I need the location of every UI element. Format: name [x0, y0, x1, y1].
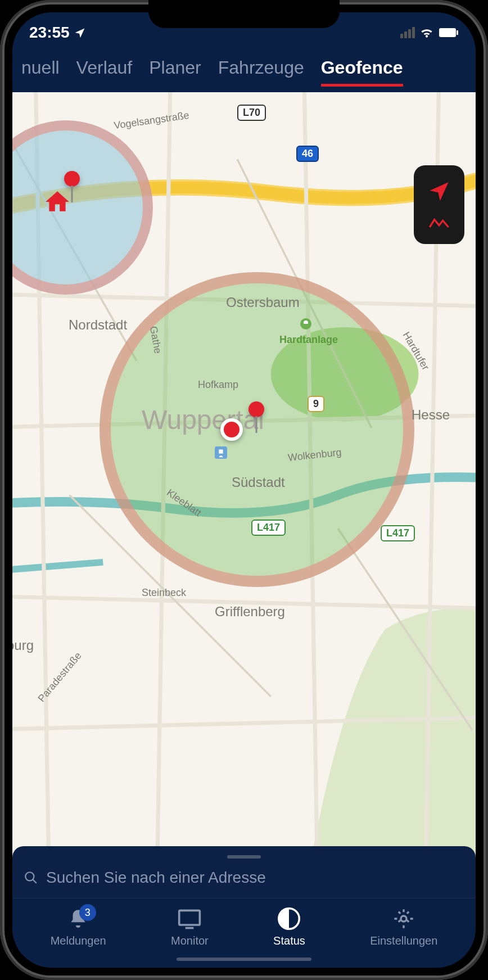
nav-monitor[interactable]: Monitor — [171, 906, 209, 947]
nav-einstellungen[interactable]: Einstellungen — [370, 906, 437, 947]
nav-einstellungen-label: Einstellungen — [370, 934, 437, 947]
geofence-pin-home[interactable] — [64, 171, 80, 187]
clock-icon — [278, 907, 300, 930]
home-indicator[interactable] — [177, 958, 311, 961]
shield-a46: 46 — [296, 146, 319, 162]
shield-l417-1: L417 — [251, 520, 286, 536]
meldungen-badge: 3 — [79, 904, 96, 921]
map-roads — [12, 92, 476, 898]
shield-l417-2: L417 — [381, 525, 415, 541]
nav-status[interactable]: Status — [273, 906, 305, 947]
tree-icon — [299, 317, 313, 331]
train-station-icon — [215, 446, 227, 459]
search-placeholder: Suchen Sie nach einer Adresse — [46, 869, 266, 887]
nav-monitor-label: Monitor — [171, 934, 209, 947]
status-right — [400, 26, 459, 39]
svg-rect-1 — [457, 30, 458, 35]
status-time: 23:55 — [29, 24, 70, 42]
compass-panel — [414, 165, 464, 244]
nav-meldungen-label: Meldungen — [51, 934, 106, 947]
nav-status-label: Status — [273, 934, 305, 947]
shield-l70: L70 — [237, 105, 266, 121]
search-panel[interactable]: Suchen Sie nach einer Adresse — [12, 846, 476, 898]
phone-screen: 23:55 nuell Verlauf Planer Fahrzeuge Geo… — [12, 12, 476, 968]
tab-fahrzeuge[interactable]: Fahrzeuge — [218, 57, 304, 87]
status-left: 23:55 — [29, 24, 85, 42]
drag-handle[interactable] — [227, 855, 261, 859]
locate-me-button[interactable] — [428, 179, 450, 202]
shield-b9: 9 — [308, 396, 324, 412]
home-icon — [43, 188, 71, 216]
cellular-icon — [400, 27, 415, 38]
map-view[interactable]: Wuppertal Nordstadt Ostersbaum Südstadt … — [12, 92, 476, 898]
current-location-dot[interactable] — [220, 418, 243, 441]
search-row[interactable]: Suchen Sie nach einer Adresse — [24, 869, 464, 887]
svg-point-9 — [401, 916, 406, 922]
geofence-pin-center[interactable] — [248, 401, 264, 417]
tab-aktuell[interactable]: nuell — [21, 57, 60, 87]
monitor-icon — [177, 908, 202, 929]
tab-geofence[interactable]: Geofence — [321, 57, 403, 87]
terrain-button[interactable] — [428, 213, 450, 230]
nav-meldungen[interactable]: 3 Meldungen — [51, 906, 106, 947]
battery-icon — [439, 28, 459, 38]
search-icon — [24, 870, 38, 885]
svg-point-5 — [25, 872, 34, 880]
phone-notch — [148, 0, 340, 28]
top-tab-bar: nuell Verlauf Planer Fahrzeuge Geofence — [12, 46, 476, 92]
wifi-icon — [419, 26, 434, 39]
location-arrow-icon — [74, 27, 85, 38]
tab-verlauf[interactable]: Verlauf — [76, 57, 133, 87]
svg-rect-6 — [179, 910, 200, 925]
tab-planer[interactable]: Planer — [149, 57, 201, 87]
svg-rect-0 — [439, 28, 456, 37]
phone-frame: 23:55 nuell Verlauf Planer Fahrzeuge Geo… — [0, 0, 488, 980]
gear-icon — [392, 907, 415, 930]
